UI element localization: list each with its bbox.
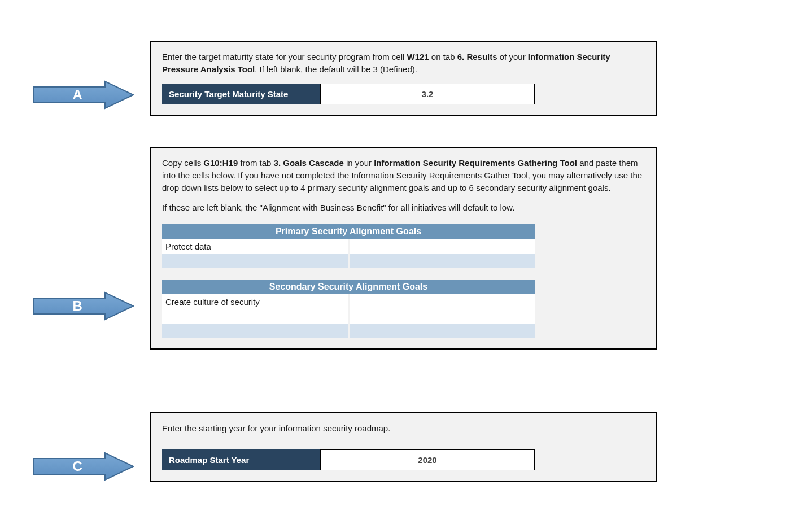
arrow-label-c: C <box>73 459 82 474</box>
secondary-goals-header: Secondary Security Alignment Goals <box>162 280 535 294</box>
roadmap-year-value[interactable]: 2020 <box>320 449 535 470</box>
roadmap-year-label: Roadmap Start Year <box>162 449 320 470</box>
panel-b-instruction-1: Copy cells G10:H19 from tab 3. Goals Cas… <box>162 157 644 194</box>
panel-b: Copy cells G10:H19 from tab 3. Goals Cas… <box>150 147 657 350</box>
roadmap-year-row: Roadmap Start Year 2020 <box>162 449 535 470</box>
panel-a-instruction: Enter the target maturity state for your… <box>162 51 644 76</box>
secondary-goal-cell[interactable] <box>162 324 348 338</box>
target-maturity-row: Security Target Maturity State 3.2 <box>162 84 535 104</box>
svg-marker-0 <box>34 81 133 108</box>
primary-goals-table: Primary Security Alignment Goals Protect… <box>162 224 535 338</box>
secondary-goal-cell[interactable] <box>162 309 348 324</box>
arrow-label-a: A <box>73 87 82 103</box>
panel-b-instruction-2: If these are left blank, the "Alignment … <box>162 202 644 214</box>
arrow-right-icon <box>33 80 134 110</box>
primary-goal-cell[interactable] <box>348 239 535 254</box>
table-row <box>162 309 535 324</box>
table-row <box>162 254 535 268</box>
svg-marker-2 <box>34 453 133 480</box>
svg-marker-1 <box>34 292 133 320</box>
document-canvas: A Enter the target maturity state for yo… <box>0 0 812 524</box>
primary-goal-cell[interactable] <box>162 254 348 268</box>
arrow-b: B <box>33 291 134 321</box>
target-maturity-label: Security Target Maturity State <box>162 84 320 104</box>
primary-goals-header: Primary Security Alignment Goals <box>162 224 535 239</box>
table-row: Create culture of security <box>162 294 535 309</box>
secondary-goal-cell[interactable] <box>348 294 535 309</box>
table-row <box>162 324 535 338</box>
primary-goal-cell[interactable] <box>348 254 535 268</box>
table-gap <box>162 268 535 280</box>
arrow-a: A <box>33 80 134 110</box>
table-row: Protect data <box>162 239 535 254</box>
secondary-goal-cell[interactable] <box>348 309 535 324</box>
arrow-right-icon <box>33 452 134 481</box>
arrow-c: C <box>33 452 134 481</box>
arrow-label-b: B <box>73 298 82 314</box>
panel-c-instruction: Enter the starting year for your informa… <box>162 422 644 435</box>
panel-a: Enter the target maturity state for your… <box>150 41 657 116</box>
primary-goal-cell[interactable]: Protect data <box>162 239 348 254</box>
arrow-right-icon <box>33 291 134 321</box>
secondary-goal-cell[interactable]: Create culture of security <box>162 294 348 309</box>
secondary-goal-cell[interactable] <box>348 324 535 338</box>
target-maturity-value[interactable]: 3.2 <box>320 84 535 104</box>
panel-c: Enter the starting year for your informa… <box>150 412 657 482</box>
